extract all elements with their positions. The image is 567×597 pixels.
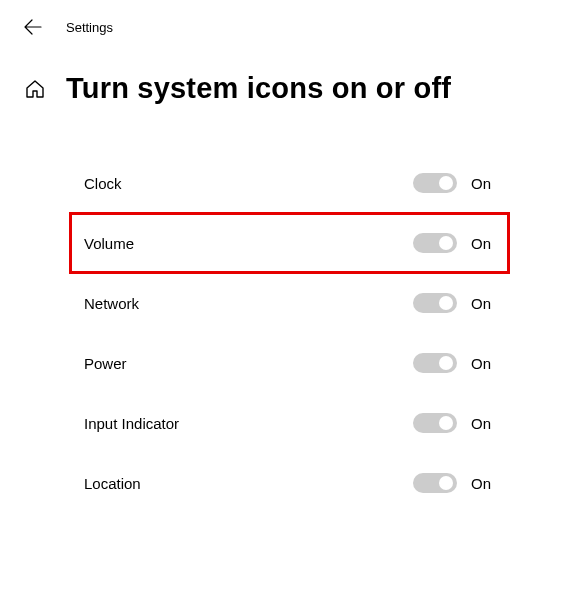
toggle-knob <box>439 356 453 370</box>
toggle-knob <box>439 416 453 430</box>
toggle-switch[interactable] <box>413 413 457 433</box>
toggle-state-label: On <box>471 235 499 252</box>
setting-label: Location <box>84 475 141 492</box>
setting-label: Network <box>84 295 139 312</box>
toggle-state-label: On <box>471 415 499 432</box>
toggle-state-label: On <box>471 175 499 192</box>
toggle-switch[interactable] <box>413 293 457 313</box>
toggle-group: On <box>413 293 499 313</box>
setting-label: Clock <box>84 175 122 192</box>
page-title: Turn system icons on or off <box>66 72 451 105</box>
toggle-knob <box>439 476 453 490</box>
setting-row-input-indicator: Input IndicatorOn <box>70 393 509 453</box>
toggle-group: On <box>413 173 499 193</box>
toggle-knob <box>439 236 453 250</box>
setting-row-location: LocationOn <box>70 453 509 513</box>
toggle-state-label: On <box>471 475 499 492</box>
back-button[interactable] <box>24 18 42 36</box>
toggle-switch[interactable] <box>413 233 457 253</box>
settings-list: ClockOnVolumeOnNetworkOnPowerOnInput Ind… <box>0 105 567 513</box>
arrow-left-icon <box>24 18 42 36</box>
setting-label: Input Indicator <box>84 415 179 432</box>
window-header: Settings <box>0 0 567 36</box>
toggle-knob <box>439 296 453 310</box>
toggle-group: On <box>413 413 499 433</box>
setting-row-clock: ClockOn <box>70 153 509 213</box>
toggle-switch[interactable] <box>413 473 457 493</box>
toggle-group: On <box>413 473 499 493</box>
setting-row-network: NetworkOn <box>70 273 509 333</box>
toggle-switch[interactable] <box>413 353 457 373</box>
toggle-knob <box>439 176 453 190</box>
toggle-group: On <box>413 233 499 253</box>
toggle-state-label: On <box>471 355 499 372</box>
toggle-group: On <box>413 353 499 373</box>
title-row: Turn system icons on or off <box>0 36 567 105</box>
toggle-switch[interactable] <box>413 173 457 193</box>
setting-row-volume: VolumeOn <box>70 213 509 273</box>
home-icon <box>24 78 46 100</box>
setting-label: Power <box>84 355 127 372</box>
toggle-state-label: On <box>471 295 499 312</box>
setting-row-power: PowerOn <box>70 333 509 393</box>
header-title: Settings <box>66 20 113 35</box>
setting-label: Volume <box>84 235 134 252</box>
home-button[interactable] <box>24 78 46 100</box>
